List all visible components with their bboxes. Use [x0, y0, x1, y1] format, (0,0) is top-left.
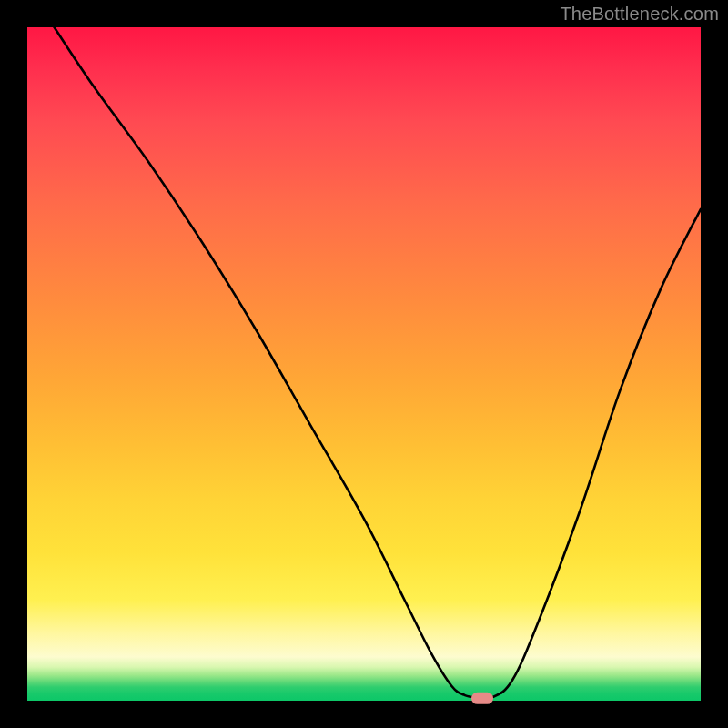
optimal-marker	[471, 693, 493, 704]
watermark-label: TheBottleneck.com	[560, 4, 719, 25]
plot-area	[27, 27, 701, 701]
curve-layer	[27, 27, 701, 701]
bottleneck-curve	[55, 27, 701, 699]
chart-frame: TheBottleneck.com	[0, 0, 728, 728]
